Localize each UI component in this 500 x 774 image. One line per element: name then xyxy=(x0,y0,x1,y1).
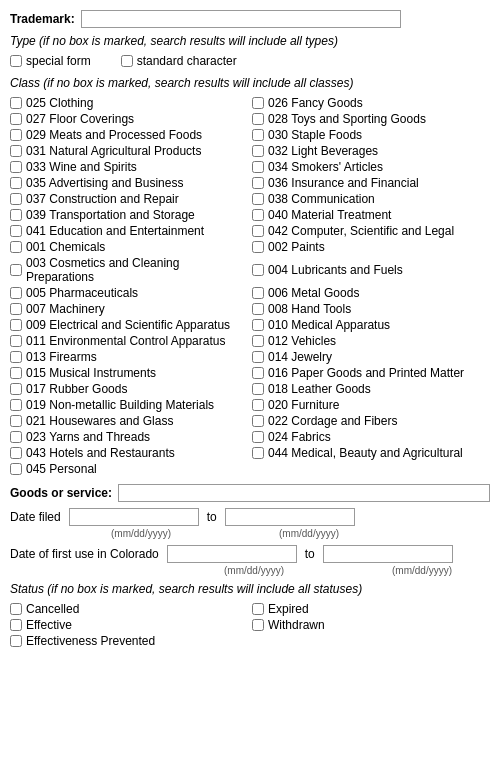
class-left-checkbox-1[interactable] xyxy=(10,113,22,125)
class-left-checkbox-3[interactable] xyxy=(10,145,22,157)
class-right-14[interactable]: 012 Vehicles xyxy=(252,334,336,348)
class-left-checkbox-18[interactable] xyxy=(10,399,22,411)
withdrawn-option[interactable]: Withdrawn xyxy=(252,618,490,632)
class-right-checkbox-5[interactable] xyxy=(252,177,264,189)
class-right-15[interactable]: 014 Jewelry xyxy=(252,350,332,364)
class-right-17[interactable]: 018 Leather Goods xyxy=(252,382,371,396)
class-left-checkbox-11[interactable] xyxy=(10,287,22,299)
class-left-14[interactable]: 011 Environmental Control Apparatus xyxy=(10,334,225,348)
class-right-6[interactable]: 038 Communication xyxy=(252,192,375,206)
class-left-checkbox-16[interactable] xyxy=(10,367,22,379)
class-right-8[interactable]: 042 Computer, Scientific and Legal xyxy=(252,224,454,238)
class-left-13[interactable]: 009 Electrical and Scientific Apparatus xyxy=(10,318,230,332)
class-right-checkbox-6[interactable] xyxy=(252,193,264,205)
class-left-10[interactable]: 003 Cosmetics and Cleaning Preparations xyxy=(10,256,248,284)
class-left-20[interactable]: 023 Yarns and Threads xyxy=(10,430,150,444)
class-left-checkbox-13[interactable] xyxy=(10,319,22,331)
class-left-checkbox-8[interactable] xyxy=(10,225,22,237)
class-left-6[interactable]: 037 Construction and Repair xyxy=(10,192,179,206)
class-right-checkbox-12[interactable] xyxy=(252,303,264,315)
date-filed-to-input[interactable] xyxy=(225,508,355,526)
date-first-use-to-input[interactable] xyxy=(323,545,453,563)
class-right-20[interactable]: 024 Fabrics xyxy=(252,430,331,444)
class-left-checkbox-4[interactable] xyxy=(10,161,22,173)
effective-checkbox[interactable] xyxy=(10,619,22,631)
class-right-3[interactable]: 032 Light Beverages xyxy=(252,144,378,158)
class-left-2[interactable]: 029 Meats and Processed Foods xyxy=(10,128,202,142)
special-form-option[interactable]: special form xyxy=(10,54,91,68)
class-left-7[interactable]: 039 Transportation and Storage xyxy=(10,208,195,222)
expired-checkbox[interactable] xyxy=(252,603,264,615)
class-left-8[interactable]: 041 Education and Entertainment xyxy=(10,224,204,238)
cancelled-checkbox[interactable] xyxy=(10,603,22,615)
class-right-checkbox-17[interactable] xyxy=(252,383,264,395)
class-right-checkbox-13[interactable] xyxy=(252,319,264,331)
class-left-checkbox-5[interactable] xyxy=(10,177,22,189)
class-left-checkbox-10[interactable] xyxy=(10,264,22,276)
class-left-checkbox-2[interactable] xyxy=(10,129,22,141)
class-right-checkbox-20[interactable] xyxy=(252,431,264,443)
class-left-1[interactable]: 027 Floor Coverings xyxy=(10,112,134,126)
class-right-checkbox-21[interactable] xyxy=(252,447,264,459)
effective-option[interactable]: Effective xyxy=(10,618,248,632)
class-right-10[interactable]: 004 Lubricants and Fuels xyxy=(252,263,403,277)
class-right-checkbox-7[interactable] xyxy=(252,209,264,221)
standard-character-checkbox[interactable] xyxy=(121,55,133,67)
class-left-checkbox-9[interactable] xyxy=(10,241,22,253)
class-right-checkbox-1[interactable] xyxy=(252,113,264,125)
class-right-checkbox-0[interactable] xyxy=(252,97,264,109)
class-right-21[interactable]: 044 Medical, Beauty and Agricultural xyxy=(252,446,463,460)
special-form-checkbox[interactable] xyxy=(10,55,22,67)
class-left-9[interactable]: 001 Chemicals xyxy=(10,240,105,254)
class-right-checkbox-4[interactable] xyxy=(252,161,264,173)
class-left-checkbox-0[interactable] xyxy=(10,97,22,109)
class-left-checkbox-17[interactable] xyxy=(10,383,22,395)
class-left-22[interactable]: 045 Personal xyxy=(10,462,97,476)
class-left-0[interactable]: 025 Clothing xyxy=(10,96,93,110)
cancelled-option[interactable]: Cancelled xyxy=(10,602,248,616)
class-left-checkbox-7[interactable] xyxy=(10,209,22,221)
class-right-9[interactable]: 002 Paints xyxy=(252,240,325,254)
class-right-checkbox-15[interactable] xyxy=(252,351,264,363)
class-right-4[interactable]: 034 Smokers' Articles xyxy=(252,160,383,174)
class-right-1[interactable]: 028 Toys and Sporting Goods xyxy=(252,112,426,126)
class-right-checkbox-16[interactable] xyxy=(252,367,264,379)
class-left-checkbox-19[interactable] xyxy=(10,415,22,427)
date-filed-from-input[interactable] xyxy=(69,508,199,526)
class-right-11[interactable]: 006 Metal Goods xyxy=(252,286,359,300)
class-left-4[interactable]: 033 Wine and Spirits xyxy=(10,160,137,174)
effectiveness-prevented-checkbox[interactable] xyxy=(10,635,22,647)
class-left-5[interactable]: 035 Advertising and Business xyxy=(10,176,183,190)
class-right-5[interactable]: 036 Insurance and Financial xyxy=(252,176,419,190)
class-left-11[interactable]: 005 Pharmaceuticals xyxy=(10,286,138,300)
class-left-15[interactable]: 013 Firearms xyxy=(10,350,97,364)
class-left-17[interactable]: 017 Rubber Goods xyxy=(10,382,127,396)
class-left-checkbox-12[interactable] xyxy=(10,303,22,315)
class-left-18[interactable]: 019 Non-metallic Building Materials xyxy=(10,398,214,412)
class-left-checkbox-20[interactable] xyxy=(10,431,22,443)
class-right-checkbox-14[interactable] xyxy=(252,335,264,347)
class-right-18[interactable]: 020 Furniture xyxy=(252,398,339,412)
class-right-checkbox-18[interactable] xyxy=(252,399,264,411)
class-right-0[interactable]: 026 Fancy Goods xyxy=(252,96,363,110)
class-right-checkbox-2[interactable] xyxy=(252,129,264,141)
class-right-checkbox-3[interactable] xyxy=(252,145,264,157)
class-left-19[interactable]: 021 Housewares and Glass xyxy=(10,414,173,428)
class-right-16[interactable]: 016 Paper Goods and Printed Matter xyxy=(252,366,464,380)
class-right-2[interactable]: 030 Staple Foods xyxy=(252,128,362,142)
class-right-12[interactable]: 008 Hand Tools xyxy=(252,302,351,316)
class-left-checkbox-22[interactable] xyxy=(10,463,22,475)
class-left-checkbox-15[interactable] xyxy=(10,351,22,363)
class-left-16[interactable]: 015 Musical Instruments xyxy=(10,366,156,380)
class-left-checkbox-21[interactable] xyxy=(10,447,22,459)
class-right-checkbox-19[interactable] xyxy=(252,415,264,427)
class-right-13[interactable]: 010 Medical Apparatus xyxy=(252,318,390,332)
withdrawn-checkbox[interactable] xyxy=(252,619,264,631)
class-right-checkbox-10[interactable] xyxy=(252,264,264,276)
class-right-checkbox-11[interactable] xyxy=(252,287,264,299)
trademark-input[interactable] xyxy=(81,10,401,28)
standard-character-option[interactable]: standard character xyxy=(121,54,237,68)
class-left-checkbox-6[interactable] xyxy=(10,193,22,205)
class-left-12[interactable]: 007 Machinery xyxy=(10,302,105,316)
class-right-checkbox-9[interactable] xyxy=(252,241,264,253)
